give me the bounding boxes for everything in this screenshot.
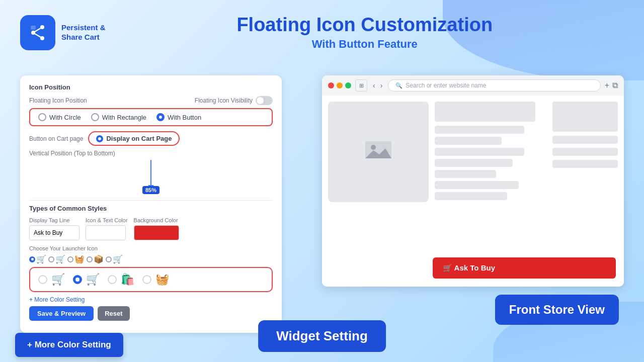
- launcher-radio-5: [106, 256, 112, 262]
- product-title-skeleton: [435, 102, 546, 122]
- icon-pick-2[interactable]: 🛒: [73, 273, 100, 286]
- more-color-setting-button[interactable]: + More Color Setting: [15, 333, 123, 357]
- icon-radio-4: [142, 275, 151, 284]
- icon-pick-3[interactable]: 🛍️: [108, 273, 134, 286]
- icon-position-title: Icon Position: [29, 83, 273, 91]
- browser-add-tab-btn[interactable]: +: [605, 81, 609, 90]
- launcher-icon-3: 🧺: [74, 254, 85, 264]
- svg-point-8: [371, 145, 376, 150]
- icon-img-3: 🛍️: [121, 273, 134, 286]
- browser-forward-btn[interactable]: ›: [379, 81, 384, 89]
- launcher-radio-1: [29, 256, 35, 262]
- vertical-position-label: Vertical Position (Top to Bottom): [29, 150, 273, 157]
- browser-view-icon[interactable]: ⊞: [355, 79, 367, 92]
- icon-img-4: 🧺: [155, 273, 169, 286]
- browser-dot-yellow[interactable]: [337, 82, 343, 88]
- radio-with-circle[interactable]: With Circle: [38, 113, 81, 121]
- reset-button[interactable]: Reset: [98, 306, 129, 321]
- icon-radio-1: [38, 275, 47, 284]
- browser-dot-red[interactable]: [328, 82, 334, 88]
- front-store-view-badge[interactable]: Front Store View: [495, 295, 619, 325]
- display-tag-line-input[interactable]: [29, 225, 79, 240]
- right-panel: ⊞ ‹ › 🔍 Search or enter website name + ⧉: [297, 75, 624, 347]
- header: Persistent & Share Cart Floating Icon Cu…: [0, 0, 644, 65]
- icon-text-color-field: Icon & Text Color: [86, 217, 128, 240]
- browser-copy-btn[interactable]: ⧉: [612, 81, 618, 90]
- logo-area: Persistent & Share Cart: [20, 15, 106, 50]
- page-subtitle: With Button Feature: [106, 38, 624, 51]
- brand-name: Persistent & Share Cart: [61, 23, 106, 42]
- product-desc-skeleton: [435, 126, 546, 200]
- product-right: [552, 102, 618, 281]
- launcher-options-row: 🛒 🛒 🧺 📦: [29, 254, 273, 264]
- cart-page-row: Button on Cart page Display on Cart Page: [29, 131, 273, 146]
- ask-to-buy-button[interactable]: 🛒 Ask To Buy: [433, 257, 616, 279]
- action-buttons: Save & Preview Reset: [29, 306, 273, 321]
- icon-picker-box: 🛒 🛒 🛍️ 🧺: [29, 267, 273, 292]
- icon-text-color-label: Icon & Text Color: [86, 217, 128, 223]
- icon-pick-4[interactable]: 🧺: [142, 273, 169, 286]
- product-image-area: [328, 102, 429, 281]
- radio-circle-circle: [38, 113, 46, 121]
- skeleton-line-6: [435, 181, 519, 189]
- slider-container: 85%: [29, 160, 273, 195]
- background-color-swatch[interactable]: [134, 225, 179, 240]
- browser-nav: ‹ ›: [371, 81, 384, 89]
- skeleton-right-med-1: [552, 136, 618, 144]
- launcher-icon-label: Choose Your Launcher Icon: [29, 245, 273, 251]
- browser-dot-green[interactable]: [345, 82, 351, 88]
- icon-radio-3: [108, 275, 117, 284]
- page-title-area: Floating Icon Customization With Button …: [106, 15, 624, 51]
- browser-back-btn[interactable]: ‹: [371, 81, 377, 89]
- display-tag-line-label: Display Tag Line: [29, 217, 79, 223]
- logo-icon: [20, 15, 55, 50]
- floating-icon-position-label: Floating Icon Position: [29, 97, 87, 104]
- browser-url-bar[interactable]: 🔍 Search or enter website name: [388, 79, 600, 92]
- launcher-option-3[interactable]: 🧺: [67, 254, 85, 264]
- product-image-placeholder: [328, 102, 429, 202]
- browser-actions: + ⧉: [605, 81, 618, 90]
- browser-content: 🛒 Ask To Buy: [322, 96, 624, 287]
- cart-page-btn-label: Display on Cart Page: [106, 135, 172, 142]
- cart-radio-circle: [96, 135, 103, 142]
- skeleton-title: [435, 102, 535, 122]
- radio-with-rectangle[interactable]: With Rectangle: [91, 113, 146, 121]
- display-tag-line-field: Display Tag Line: [29, 217, 79, 240]
- cart-page-label: Button on Cart page: [29, 135, 83, 142]
- icon-pick-1[interactable]: 🛒: [38, 273, 65, 286]
- product-details: [435, 102, 546, 281]
- radio-circle-rectangle: [91, 113, 99, 121]
- background-color-label: Background Color: [134, 217, 179, 223]
- icon-img-1: 🛒: [51, 273, 65, 286]
- browser-dots: [328, 82, 351, 88]
- launcher-radio-3: [67, 256, 73, 262]
- more-color-link[interactable]: + More Color Setting: [29, 296, 273, 303]
- divider-1: [29, 200, 273, 201]
- vertical-position-section: Vertical Position (Top to Bottom) 85%: [29, 150, 273, 195]
- save-preview-button[interactable]: Save & Preview: [29, 306, 94, 321]
- launcher-radio-4: [87, 256, 93, 262]
- widget-setting-badge[interactable]: Widget Setting: [258, 320, 386, 352]
- launcher-option-2[interactable]: 🛒: [48, 254, 65, 264]
- radio-label-button: With Button: [168, 114, 201, 121]
- launcher-option-1[interactable]: 🛒: [29, 254, 46, 264]
- common-styles-row: Display Tag Line Icon & Text Color Backg…: [29, 217, 273, 240]
- radio-label-circle: With Circle: [49, 114, 81, 121]
- launcher-icon-section: Choose Your Launcher Icon 🛒 🛒: [29, 245, 273, 321]
- display-on-cart-page-btn[interactable]: Display on Cart Page: [88, 131, 180, 146]
- browser-mockup: ⊞ ‹ › 🔍 Search or enter website name + ⧉: [322, 75, 624, 287]
- settings-card: Icon Position Floating Icon Position Flo…: [20, 75, 282, 333]
- slider-value-badge[interactable]: 85%: [142, 186, 159, 194]
- search-icon: 🔍: [395, 82, 403, 89]
- launcher-option-4[interactable]: 📦: [87, 254, 104, 264]
- icon-text-color-swatch[interactable]: [86, 225, 126, 240]
- radio-with-button[interactable]: With Button: [156, 113, 201, 121]
- skeleton-line-1: [435, 126, 524, 134]
- launcher-option-5[interactable]: 🛒: [106, 254, 123, 264]
- launcher-icon-1: 🛒: [36, 254, 46, 264]
- svg-line-4: [35, 34, 41, 37]
- floating-visibility-label: Floating Icon Visibility: [195, 97, 253, 104]
- launcher-radio-2: [48, 256, 54, 262]
- visibility-toggle[interactable]: [256, 96, 273, 105]
- toggle-knob: [257, 97, 264, 104]
